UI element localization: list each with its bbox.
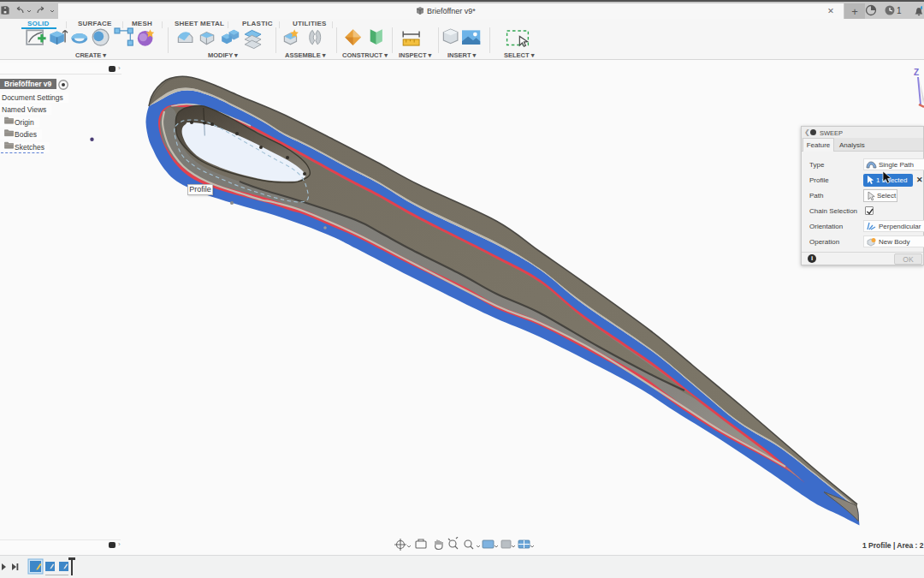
svg-text:1: 1 bbox=[897, 6, 902, 15]
svg-text:Z: Z bbox=[914, 68, 919, 77]
